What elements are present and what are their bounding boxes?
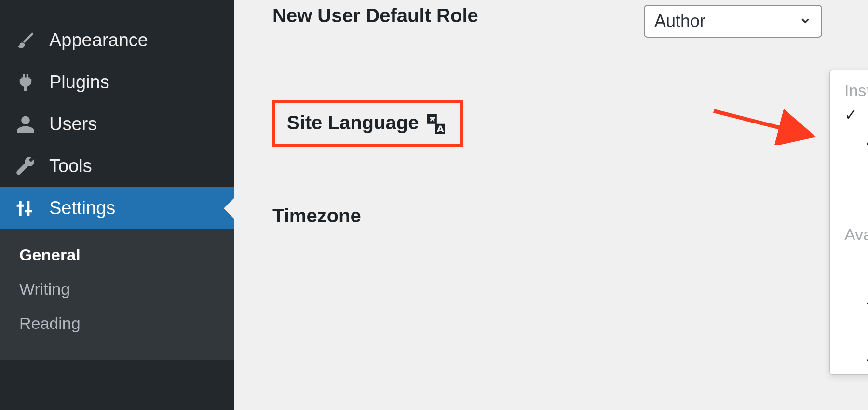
sidebar-item-label: Plugins [49, 72, 109, 93]
site-language-dropdown[interactable]: Installed ✓English (United States) Afrik… [829, 70, 868, 375]
label-new-user-role: New User Default Role [272, 5, 644, 27]
language-option[interactable]: گؤنئی آذربایجان [830, 319, 868, 343]
language-option[interactable]: অসমীয়া [830, 295, 868, 319]
app-root: Appearance Plugins Users Tools Settings [0, 0, 868, 410]
sidebar-item-appearance[interactable]: Appearance [0, 19, 234, 61]
brush-icon [15, 30, 36, 51]
language-option[interactable]: العربية [830, 247, 868, 271]
dropdown-group-installed: Installed [830, 79, 868, 103]
submenu-reading[interactable]: Reading [0, 306, 234, 341]
select-new-user-role[interactable]: Author [644, 5, 822, 38]
sliders-icon [15, 198, 36, 219]
sidebar-item-tools[interactable]: Tools [0, 145, 234, 187]
row-new-user-role: New User Default Role Author [272, 5, 829, 38]
check-icon: ✓ [844, 106, 867, 124]
row-timezone: Timezone [272, 205, 829, 227]
sidebar-item-users[interactable]: Users [0, 103, 234, 145]
sidebar-item-settings[interactable]: Settings [0, 187, 234, 229]
wrench-icon [15, 156, 36, 177]
settings-content: New User Default Role Author Site Langua… [234, 0, 868, 410]
language-option[interactable]: Azərbaycan dili [830, 343, 868, 368]
submenu-general[interactable]: General [0, 238, 234, 272]
sidebar-item-label: Users [49, 114, 97, 135]
sidebar-item-label: Settings [49, 198, 115, 219]
row-site-language: Site Language [272, 100, 829, 147]
language-option[interactable]: العربية المغربية [830, 271, 868, 295]
translate-icon [425, 112, 447, 134]
chevron-down-icon [799, 11, 812, 31]
plug-icon [15, 72, 36, 93]
sidebar-item-plugins[interactable]: Plugins [0, 61, 234, 103]
annotation-highlight: Site Language [272, 100, 463, 147]
select-value: Author [654, 11, 705, 31]
user-icon [15, 114, 36, 135]
submenu-writing[interactable]: Writing [0, 272, 234, 306]
dropdown-group-available: Available [830, 223, 868, 247]
sidebar-item-label: Appearance [49, 30, 148, 51]
admin-sidebar: Appearance Plugins Users Tools Settings [0, 0, 234, 410]
sidebar-item-label: Tools [49, 156, 92, 177]
language-option[interactable]: English (UK) [830, 151, 868, 175]
settings-submenu: General Writing Reading [0, 229, 234, 360]
label-site-language: Site Language [287, 112, 419, 134]
language-option[interactable]: Français [830, 199, 868, 223]
label-timezone: Timezone [272, 205, 361, 227]
language-option[interactable]: Afrikaans [830, 127, 868, 151]
language-option[interactable]: Español de Costa Rica [830, 175, 868, 199]
language-option[interactable]: ✓English (United States) [830, 103, 868, 127]
